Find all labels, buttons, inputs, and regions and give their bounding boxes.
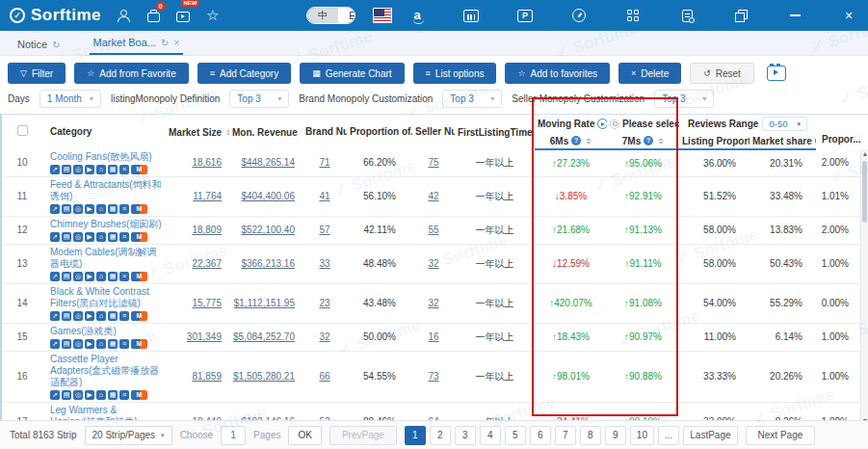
col-proportion[interactable]: Proportion of... — [347, 115, 412, 149]
page-button[interactable]: 10 — [630, 426, 654, 445]
page-button[interactable]: 5 — [505, 426, 526, 445]
page-number-input[interactable] — [221, 426, 246, 445]
seller-count-link[interactable]: 75 — [428, 157, 438, 168]
add-from-favorite-button[interactable]: ☆Add from Favorite — [74, 63, 189, 84]
revenue-link[interactable]: $1,112,151.95 — [234, 298, 295, 308]
home-icon[interactable]: ⌂ — [96, 339, 106, 349]
col-market-share[interactable]: Market share? — [750, 133, 816, 149]
camera-icon[interactable]: ◎ — [73, 165, 83, 174]
seller-count-link[interactable]: 16 — [428, 331, 438, 342]
revenue-link[interactable]: $522,100.40 — [241, 224, 295, 235]
brand-count-link[interactable]: 23 — [319, 298, 329, 308]
home-icon[interactable]: ⌂ — [96, 204, 106, 214]
col-please-select[interactable]: Please select — [607, 115, 679, 133]
select-all-checkbox[interactable] — [17, 125, 28, 136]
add-category-button[interactable]: ≡Add Category — [197, 63, 291, 84]
col-revenue[interactable]: Mon. Revenue — [229, 115, 302, 149]
trend-icon[interactable]: ↗ — [50, 272, 60, 281]
revenue-link[interactable]: $404,400.06 — [241, 191, 295, 201]
camera-icon[interactable]: ◎ — [73, 339, 83, 349]
market-size-link[interactable]: 15,775 — [192, 298, 222, 308]
market-size-link[interactable]: 301,349 — [187, 331, 222, 342]
category-link[interactable]: Feed & Attractants(饲料和诱饵) — [50, 179, 163, 202]
list-icon[interactable]: ≡ — [119, 232, 129, 242]
list-icon[interactable]: ≡ — [119, 390, 129, 400]
apps-grid-icon[interactable] — [623, 6, 643, 25]
amazon-icon[interactable]: a — [408, 6, 427, 25]
home-icon[interactable]: ⌂ — [96, 311, 106, 321]
m-badge-icon[interactable]: M — [131, 311, 147, 321]
list-icon[interactable]: ≡ — [119, 165, 129, 174]
next-page-button[interactable]: Next Page — [746, 426, 816, 445]
page-button[interactable]: 8 — [580, 426, 601, 445]
calendar-icon[interactable]: ▤ — [62, 311, 71, 321]
sort-icon[interactable] — [658, 138, 664, 145]
col-seller[interactable]: Seller Nu... — [412, 115, 455, 149]
home-icon[interactable]: ⌂ — [96, 390, 106, 400]
market-size-link[interactable]: 81,859 — [192, 371, 222, 382]
sort-icon[interactable] — [226, 129, 229, 137]
m-badge-icon[interactable]: M — [131, 272, 147, 281]
reset-button[interactable]: ↺Reset — [690, 63, 754, 84]
page-button[interactable]: 3 — [455, 426, 476, 445]
revenue-link[interactable]: $448,265.14 — [241, 157, 295, 168]
tab-close-icon[interactable]: × — [173, 38, 179, 48]
vertical-scrollbar[interactable] — [860, 149, 868, 426]
play-circle-icon[interactable] — [597, 119, 607, 129]
trend-icon[interactable]: ↗ — [50, 339, 60, 349]
col-listing-proportion[interactable]: Listing Proportion? — [679, 133, 750, 149]
brand-count-link[interactable]: 66 — [319, 371, 329, 382]
calendar-icon[interactable]: ▤ — [62, 272, 71, 281]
seller-count-link[interactable]: 32 — [428, 298, 438, 308]
camera-icon[interactable]: ◎ — [73, 232, 83, 242]
camera-icon[interactable]: ◎ — [73, 390, 83, 400]
category-link[interactable]: Cassette Player Adapters(盒式磁带播放器适配器) — [50, 354, 163, 388]
col-7ms[interactable]: 7Ms? — [607, 133, 679, 149]
share-icon[interactable]: ▶ — [85, 232, 94, 242]
chart-monitor-icon[interactable] — [461, 6, 481, 25]
lang-en-option[interactable]: En — [338, 8, 355, 23]
add-to-favorites-button[interactable]: ☆Add to favorites — [505, 63, 610, 84]
list-icon[interactable]: ≡ — [119, 272, 129, 281]
col-6ms[interactable]: 6Ms? — [535, 133, 607, 149]
grid-icon[interactable]: ▦ — [108, 311, 118, 321]
prev-page-button[interactable]: PrevPage — [329, 426, 397, 445]
tutorial-video-icon[interactable] — [767, 66, 786, 81]
seller-count-link[interactable]: 32 — [428, 258, 438, 269]
tab-market-board[interactable]: Market Boa... ↻ × — [90, 32, 184, 55]
m-badge-icon[interactable]: M — [131, 232, 147, 242]
product-p-icon[interactable]: P — [515, 6, 535, 25]
tab-notice[interactable]: Notice ↻ — [13, 34, 65, 55]
list-icon[interactable]: ≡ — [119, 204, 129, 214]
briefcase-icon[interactable]: 0 — [146, 6, 161, 25]
share-icon[interactable]: ▶ — [85, 165, 94, 174]
page-button[interactable]: 2 — [430, 426, 451, 445]
seller-count-link[interactable]: 73 — [428, 371, 438, 382]
calendar-icon[interactable]: ▤ — [62, 390, 71, 400]
list-options-button[interactable]: ≡List options — [413, 63, 497, 84]
lang-zh-option[interactable]: 中 — [307, 8, 338, 23]
page-ellipsis[interactable]: ... — [658, 426, 679, 445]
page-button[interactable]: 6 — [530, 426, 551, 445]
gauge-icon[interactable] — [569, 6, 589, 25]
trend-icon[interactable]: ↗ — [50, 390, 60, 400]
col-moving-rate[interactable]: Moving Rate — [535, 115, 607, 133]
user-icon[interactable] — [117, 6, 131, 25]
market-size-link[interactable]: 11,764 — [193, 191, 222, 201]
window-restore-button[interactable] — [731, 6, 750, 25]
window-close-button[interactable]: × — [839, 6, 858, 25]
m-badge-icon[interactable]: M — [131, 165, 147, 174]
share-icon[interactable]: ▶ — [85, 204, 94, 214]
list-icon[interactable]: ≡ — [119, 339, 129, 349]
last-page-button[interactable]: LastPage — [683, 426, 737, 445]
m-badge-icon[interactable]: M — [131, 204, 147, 214]
calendar-icon[interactable]: ▤ — [62, 165, 71, 174]
trend-icon[interactable]: ↗ — [50, 311, 60, 321]
trend-icon[interactable]: ↗ — [50, 204, 60, 214]
ok-button[interactable]: OK — [288, 426, 321, 445]
brand-count-link[interactable]: 57 — [319, 224, 329, 235]
category-link[interactable]: Modem Cables(调制解调器电缆) — [50, 247, 163, 270]
sort-icon[interactable] — [586, 138, 592, 145]
calendar-icon[interactable]: ▤ — [62, 204, 71, 214]
share-icon[interactable]: ▶ — [85, 339, 94, 349]
